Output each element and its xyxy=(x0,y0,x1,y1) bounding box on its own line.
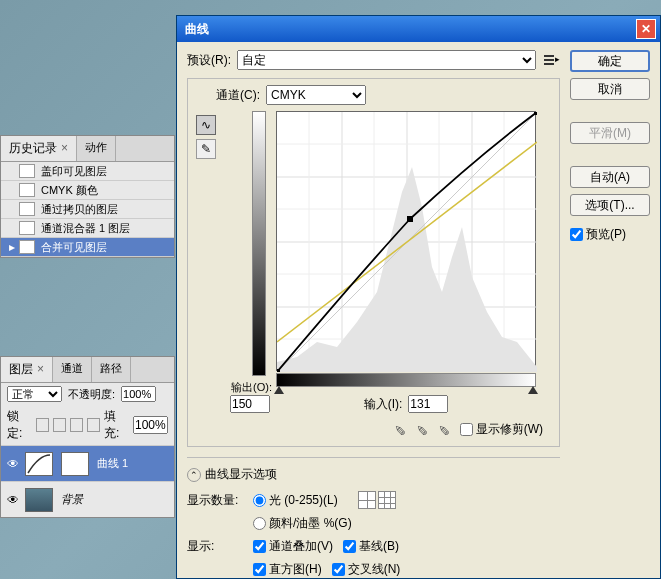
lock-label: 锁定: xyxy=(7,408,32,442)
image-thumb-icon xyxy=(25,488,53,512)
output-label: 输出(O): xyxy=(222,380,272,395)
history-item[interactable]: CMYK 颜色 xyxy=(1,181,174,200)
radio-light[interactable] xyxy=(253,494,266,507)
layer-icon xyxy=(19,183,35,197)
lock-position-icon[interactable] xyxy=(70,418,83,432)
cb-intersection[interactable] xyxy=(332,563,345,576)
visibility-icon[interactable]: 👁 xyxy=(5,493,21,507)
layer-icon xyxy=(19,202,35,216)
auto-button[interactable]: 自动(A) xyxy=(570,166,650,188)
dialog-title: 曲线 xyxy=(185,21,636,38)
coarse-grid-icon[interactable] xyxy=(358,491,376,509)
fill-input[interactable] xyxy=(133,416,168,434)
layers-tabs: 图层× 通道 路径 xyxy=(1,357,174,383)
preview-checkbox[interactable] xyxy=(570,228,583,241)
channel-label: 通道(C): xyxy=(216,87,260,104)
close-button[interactable]: ✕ xyxy=(636,19,656,39)
point-tool-button[interactable]: ∿ xyxy=(196,115,216,135)
curve-fieldset: 通道(C): CMYK ∿ ✎ 输出(O): xyxy=(187,78,560,447)
gray-eyedropper-icon[interactable] xyxy=(416,422,432,438)
fine-grid-icon[interactable] xyxy=(378,491,396,509)
cb-histogram[interactable] xyxy=(253,563,266,576)
chevron-up-icon: ⌃ xyxy=(187,468,201,482)
black-point-slider[interactable] xyxy=(274,386,284,394)
white-eyedropper-icon[interactable] xyxy=(438,422,454,438)
layer-name: 曲线 1 xyxy=(97,456,128,471)
preset-label: 预设(R): xyxy=(187,52,231,69)
history-tabs: 历史记录× 动作 xyxy=(1,136,174,162)
output-gradient xyxy=(252,111,266,376)
tab-history[interactable]: 历史记录× xyxy=(1,136,77,161)
layers-panel: 图层× 通道 路径 正常 不透明度: 锁定: 填充: 👁 曲线 1 👁 背景 xyxy=(0,356,175,518)
show-clip-label: 显示修剪(W) xyxy=(476,421,543,438)
tab-channels[interactable]: 通道 xyxy=(53,357,92,382)
input-label: 输入(I): xyxy=(364,396,403,413)
tab-actions[interactable]: 动作 xyxy=(77,136,116,161)
layer-row[interactable]: 👁 背景 xyxy=(1,481,174,517)
options-button[interactable]: 选项(T)... xyxy=(570,194,650,216)
cb-channel-overlay[interactable] xyxy=(253,540,266,553)
cancel-button[interactable]: 取消 xyxy=(570,78,650,100)
curves-thumb-icon xyxy=(25,452,53,476)
cb-baseline[interactable] xyxy=(343,540,356,553)
pencil-tool-button[interactable]: ✎ xyxy=(196,139,216,159)
preset-menu-icon[interactable] xyxy=(542,52,560,68)
mask-thumb-icon xyxy=(61,452,89,476)
visibility-icon[interactable]: 👁 xyxy=(5,457,21,471)
history-item[interactable]: 通过拷贝的图层 xyxy=(1,200,174,219)
preset-select[interactable]: 自定 xyxy=(237,50,536,70)
svg-rect-17 xyxy=(407,216,413,222)
lock-pixels-icon[interactable] xyxy=(53,418,66,432)
titlebar[interactable]: 曲线 ✕ xyxy=(177,16,660,42)
svg-rect-18 xyxy=(534,112,537,115)
blend-mode-select[interactable]: 正常 xyxy=(7,386,62,402)
layer-name: 背景 xyxy=(61,492,83,507)
preview-label: 预览(P) xyxy=(586,226,626,243)
input-gradient[interactable] xyxy=(276,373,536,387)
close-icon[interactable]: × xyxy=(61,141,68,155)
show-label: 显示: xyxy=(187,538,243,555)
tab-layers[interactable]: 图层× xyxy=(1,357,53,382)
output-input[interactable] xyxy=(230,395,270,413)
ok-button[interactable]: 确定 xyxy=(570,50,650,72)
svg-rect-16 xyxy=(277,369,280,372)
layer-icon xyxy=(19,164,35,178)
layer-icon xyxy=(19,221,35,235)
radio-pigment[interactable] xyxy=(253,517,266,530)
lock-all-icon[interactable] xyxy=(87,418,100,432)
fill-label: 填充: xyxy=(104,408,129,442)
close-icon[interactable]: × xyxy=(37,362,44,376)
channel-select[interactable]: CMYK xyxy=(266,85,366,105)
black-eyedropper-icon[interactable] xyxy=(394,422,410,438)
history-panel: 历史记录× 动作 盖印可见图层 CMYK 颜色 通过拷贝的图层 通道混合器 1 … xyxy=(0,135,175,258)
opacity-input[interactable] xyxy=(121,386,156,402)
display-amount-label: 显示数量: xyxy=(187,492,243,509)
white-point-slider[interactable] xyxy=(528,386,538,394)
curve-graph[interactable] xyxy=(276,111,536,371)
history-item[interactable]: 盖印可见图层 xyxy=(1,162,174,181)
layer-row[interactable]: 👁 曲线 1 xyxy=(1,445,174,481)
show-clip-checkbox[interactable] xyxy=(460,423,473,436)
histogram xyxy=(277,167,537,372)
history-item[interactable]: ▸合并可见图层 xyxy=(1,238,174,257)
tab-paths[interactable]: 路径 xyxy=(92,357,131,382)
history-item[interactable]: 通道混合器 1 图层 xyxy=(1,219,174,238)
curves-dialog: 曲线 ✕ 预设(R): 自定 通道(C): CMYK ∿ ✎ xyxy=(176,15,661,579)
input-input[interactable] xyxy=(408,395,448,413)
opacity-label: 不透明度: xyxy=(68,387,115,402)
lock-transparent-icon[interactable] xyxy=(36,418,49,432)
display-options-toggle[interactable]: ⌃ 曲线显示选项 xyxy=(187,466,277,483)
layer-icon xyxy=(19,240,35,254)
smooth-button[interactable]: 平滑(M) xyxy=(570,122,650,144)
